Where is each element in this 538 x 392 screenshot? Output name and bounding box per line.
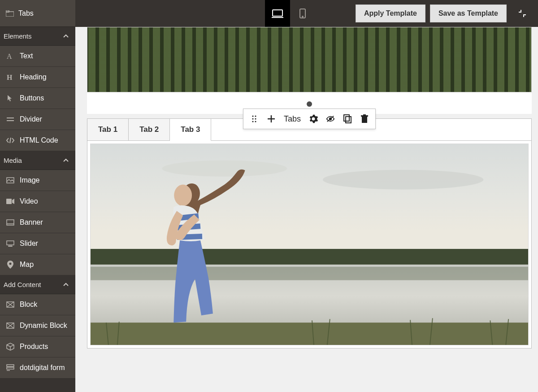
duplicate-button[interactable] [343,114,352,123]
sidebar-section-elements[interactable]: Elements [0,27,75,46]
sidebar: Tabs Elements A Text H Heading Buttons D… [0,0,75,392]
sidebar-active-element-tabs[interactable]: Tabs [0,0,75,27]
save-as-template-button[interactable]: Save as Template [430,4,507,22]
copy-icon [343,114,351,123]
divider-icon [6,115,15,124]
sidebar-item-label: Image [20,176,39,184]
sidebar-item-map[interactable]: Map [0,254,75,275]
trash-icon [361,114,368,123]
sidebar-item-label: Buttons [20,94,44,102]
tab-3[interactable]: Tab 3 [170,119,211,141]
sidebar-item-html-code[interactable]: HTML Code [0,130,75,151]
canvas[interactable]: Tabs Tab 1 [75,27,538,392]
svg-rect-43 [363,114,366,116]
sidebar-item-label: Block [20,301,37,309]
products-icon [6,342,15,351]
sidebar-section-add-content[interactable]: Add Content [0,275,75,294]
sidebar-item-divider[interactable]: Divider [0,109,75,130]
sidebar-item-video[interactable]: Video [0,191,75,212]
svg-rect-25 [273,10,282,16]
device-switcher [265,0,315,27]
chevron-up-icon [63,33,69,39]
settings-button[interactable] [309,114,318,123]
tabs-block-wrapper: Tabs Tab 1 [87,118,532,348]
hide-button[interactable] [326,114,335,123]
chevron-up-icon [63,282,69,288]
banner-icon [6,218,15,227]
svg-rect-44 [91,144,528,260]
sidebar-item-label: Text [20,52,33,60]
sidebar-item-label: HTML Code [20,136,58,144]
tabs-block[interactable]: Tab 1 Tab 2 Tab 3 [87,118,532,348]
sidebar-item-block[interactable]: Block [0,294,75,315]
heading-icon: H [6,73,15,82]
sidebar-item-slider[interactable]: Slider [0,233,75,254]
sidebar-item-text[interactable]: A Text [0,46,75,67]
svg-rect-40 [346,117,351,123]
svg-rect-41 [362,117,367,123]
sidebar-item-buttons[interactable]: Buttons [0,88,75,109]
svg-point-28 [302,16,303,17]
device-desktop-button[interactable] [265,0,290,27]
gear-icon [309,114,318,123]
sidebar-item-label: Banner [20,218,43,226]
sidebar-item-banner[interactable]: Banner [0,212,75,233]
svg-point-34 [255,121,256,122]
sidebar-item-label: Dynamic Block [20,322,67,330]
svg-marker-9 [12,199,14,204]
sidebar-active-element-label: Tabs [18,9,34,17]
sidebar-item-label: Slider [20,240,38,248]
eye-off-icon [326,115,335,123]
toolbar-label: Tabs [284,114,301,124]
svg-text:H: H [7,74,13,81]
sidebar-item-dotdigital-form[interactable]: dotdigital form [0,357,75,379]
tabs-icon [6,10,14,17]
sidebar-item-products[interactable]: Products [0,336,75,357]
cursor-icon [6,94,15,103]
sidebar-section-label: Add Content [4,281,41,288]
svg-line-6 [10,138,11,143]
sidebar-item-label: Products [20,343,48,351]
sidebar-item-heading[interactable]: H Heading [0,67,75,88]
block-icon [6,300,15,309]
sidebar-section-label: Media [4,157,22,164]
sidebar-item-dynamic-block[interactable]: Dynamic Block [0,315,75,336]
tab-1[interactable]: Tab 1 [87,119,129,140]
drag-handle-icon[interactable] [250,114,259,123]
collapse-icon [518,9,526,17]
sidebar-section-media[interactable]: Media [0,151,75,170]
dynamic-block-icon [6,321,15,330]
apply-template-button[interactable]: Apply Template [356,4,425,22]
svg-point-32 [255,118,256,119]
sidebar-item-label: Heading [20,73,47,81]
svg-point-31 [252,118,253,119]
slider-block[interactable] [87,27,532,114]
svg-point-30 [255,115,256,117]
tab-content-image [90,144,529,345]
sidebar-item-image[interactable]: Image [0,170,75,191]
device-mobile-button[interactable] [290,0,315,27]
tab-content[interactable] [87,141,531,348]
fullscreen-toggle-button[interactable] [516,7,529,20]
svg-point-15 [11,246,12,247]
svg-point-14 [10,246,11,247]
svg-rect-10 [7,220,14,225]
slider-image [87,27,532,92]
svg-rect-47 [91,249,528,267]
svg-point-33 [252,121,253,122]
svg-point-59 [174,185,192,206]
svg-point-13 [9,246,9,247]
tab-2[interactable]: Tab 2 [129,119,170,140]
svg-point-45 [323,170,484,190]
form-icon [6,363,15,372]
delete-button[interactable] [360,114,369,123]
text-icon: A [6,52,15,61]
svg-point-29 [252,115,253,117]
svg-rect-39 [344,115,349,121]
slider-dot[interactable] [307,101,312,107]
topbar: Apply Template Save as Template [75,0,538,27]
image-icon [6,176,15,185]
sidebar-section-label: Elements [4,32,32,40]
add-tab-button[interactable] [267,114,276,123]
code-icon [6,136,15,145]
